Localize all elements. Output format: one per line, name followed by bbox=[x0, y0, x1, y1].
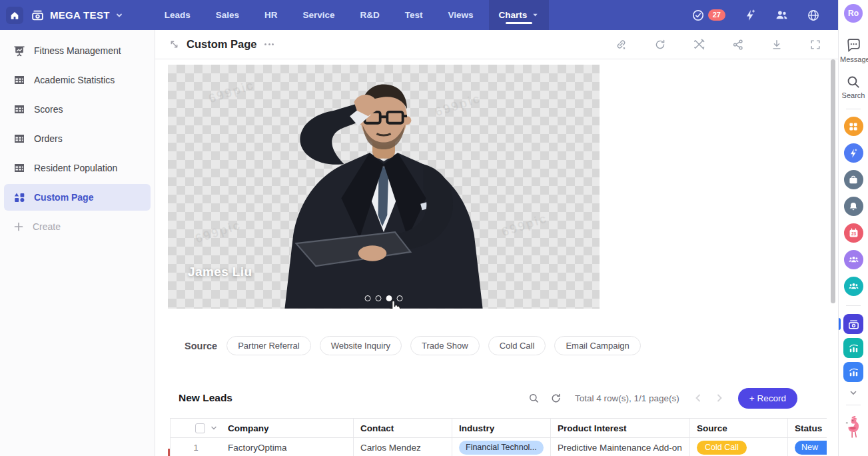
filter-pill-website-inquiry[interactable]: Website Inquiry bbox=[320, 336, 402, 355]
column-header-contact[interactable]: Contact bbox=[354, 419, 452, 437]
nav-label: Charts bbox=[499, 10, 528, 20]
carousel-dots bbox=[365, 295, 403, 301]
column-header-product-interest[interactable]: Product Interest bbox=[551, 419, 690, 437]
apps-grid-button[interactable] bbox=[844, 117, 863, 136]
sidebar-item-label: Orders bbox=[34, 133, 63, 144]
app-analytics-teal[interactable] bbox=[843, 338, 863, 358]
add-record-button[interactable]: + Record bbox=[738, 388, 797, 409]
expand-diagonal-icon[interactable] bbox=[169, 39, 180, 50]
rail-expand-chevron-icon[interactable] bbox=[849, 388, 858, 397]
carousel-dot-3-active[interactable] bbox=[386, 295, 392, 301]
notifications-app-button[interactable] bbox=[844, 197, 863, 216]
vertical-scrollbar[interactable] bbox=[831, 59, 835, 303]
nav-item-test[interactable]: Test bbox=[405, 0, 423, 30]
cell-company[interactable]: FactoryOptima bbox=[221, 438, 354, 456]
download-icon[interactable] bbox=[771, 39, 783, 51]
sidebar-item-resident-population[interactable]: Resident Population bbox=[4, 155, 151, 181]
cell-contact[interactable]: Carlos Mendez bbox=[354, 438, 452, 456]
select-all-checkbox[interactable] bbox=[195, 423, 205, 433]
cell-industry[interactable]: Financial Technol... bbox=[452, 438, 551, 456]
automation-zap-icon[interactable] bbox=[743, 9, 757, 22]
image-carousel[interactable]: 699pic 699pic 699pic 699pic bbox=[168, 65, 600, 309]
collaborators-icon[interactable] bbox=[775, 8, 789, 22]
share-icon[interactable] bbox=[732, 39, 744, 51]
workspace-switcher[interactable]: MEGA TEST bbox=[31, 8, 123, 22]
community-app-button[interactable] bbox=[844, 277, 863, 296]
grid-icon bbox=[848, 121, 859, 132]
column-header-industry[interactable]: Industry bbox=[452, 419, 551, 437]
status-chip: New bbox=[795, 441, 827, 455]
language-globe-icon[interactable] bbox=[807, 9, 820, 22]
sidebar-item-custom-page[interactable]: Custom Page bbox=[4, 184, 151, 211]
tasks-button[interactable]: 27 bbox=[691, 9, 725, 22]
filter-pill-partner-referral[interactable]: Partner Referral bbox=[226, 336, 310, 355]
source-filter-label: Source bbox=[185, 341, 217, 351]
filter-pill-trade-show[interactable]: Trade Show bbox=[410, 336, 480, 355]
column-header-company[interactable]: Company bbox=[221, 419, 354, 437]
active-app-indicator bbox=[838, 318, 841, 330]
carousel-dot-2[interactable] bbox=[376, 295, 382, 301]
cell-status[interactable]: New bbox=[788, 438, 827, 456]
filter-pill-email-campaign[interactable]: Email Campaign bbox=[554, 336, 640, 355]
app-mega-test-active[interactable] bbox=[843, 314, 863, 334]
more-menu-icon[interactable] bbox=[264, 43, 274, 45]
search-icon[interactable] bbox=[528, 393, 540, 404]
sidebar-item-fitness-management[interactable]: Fitness Management bbox=[4, 37, 151, 64]
table-header-row: Company Contact Industry Product Interes… bbox=[171, 419, 827, 438]
nav-label: Test bbox=[405, 10, 423, 20]
nav-item-service[interactable]: Service bbox=[302, 0, 334, 30]
nav-label: Leads bbox=[165, 10, 191, 20]
table-icon bbox=[13, 103, 25, 115]
nav-label: R&D bbox=[360, 10, 380, 20]
calendar-icon: 23 bbox=[848, 227, 859, 239]
sidebar-item-scores[interactable]: Scores bbox=[4, 96, 151, 123]
fullscreen-icon[interactable] bbox=[809, 39, 821, 51]
home-button[interactable] bbox=[6, 7, 23, 24]
cell-product-interest[interactable]: Predictive Maintenance Add-on bbox=[551, 438, 690, 456]
filter-pill-cold-call[interactable]: Cold Call bbox=[488, 336, 546, 355]
app-analytics-blue[interactable] bbox=[843, 362, 863, 382]
tools-icon[interactable] bbox=[693, 38, 705, 51]
chevron-down-icon bbox=[115, 11, 123, 19]
copy-link-icon[interactable] bbox=[615, 38, 628, 51]
chevron-down-icon[interactable] bbox=[210, 424, 218, 432]
nav-item-charts[interactable]: Charts bbox=[489, 0, 550, 30]
refresh-icon[interactable] bbox=[550, 393, 562, 404]
nav-label: Views bbox=[448, 10, 474, 20]
automation-app-button[interactable] bbox=[844, 143, 863, 163]
message-label: Message bbox=[840, 55, 868, 63]
work-app-button[interactable] bbox=[844, 170, 863, 189]
home-icon bbox=[9, 10, 20, 21]
cell-source[interactable]: Cold Call bbox=[690, 438, 788, 456]
calendar-app-button[interactable]: 23 bbox=[844, 223, 863, 243]
user-avatar[interactable]: Ro bbox=[844, 4, 863, 23]
sidebar-item-orders[interactable]: Orders bbox=[4, 125, 151, 152]
nav-item-sales[interactable]: Sales bbox=[216, 0, 239, 30]
sidebar-item-academic-statistics[interactable]: Academic Statistics bbox=[4, 67, 151, 93]
nav-item-rd[interactable]: R&D bbox=[360, 0, 380, 30]
main-nav: Leads Sales HR Service R&D Test Views Ch… bbox=[165, 0, 540, 30]
nav-item-views[interactable]: Views bbox=[448, 0, 474, 30]
search-icon[interactable] bbox=[846, 75, 861, 89]
nav-item-leads[interactable]: Leads bbox=[165, 0, 191, 30]
left-sidebar: Fitness Management Academic Statistics S… bbox=[0, 30, 155, 456]
table-row[interactable]: 1 FactoryOptima Carlos Mendez Financial … bbox=[171, 438, 827, 456]
column-header-status[interactable]: Status bbox=[788, 419, 827, 437]
leads-table: Company Contact Industry Product Interes… bbox=[170, 418, 827, 456]
page-content: 699pic 699pic 699pic 699pic bbox=[155, 59, 838, 456]
prev-page-chevron-icon[interactable] bbox=[693, 393, 703, 403]
carousel-dot-1[interactable] bbox=[365, 295, 371, 301]
watermark: 699pic bbox=[193, 218, 242, 247]
team-app-button[interactable] bbox=[844, 250, 863, 269]
carousel-dot-4[interactable] bbox=[397, 295, 403, 301]
nav-label: Service bbox=[302, 10, 334, 20]
workspace-name: MEGA TEST bbox=[50, 9, 110, 21]
column-header-source[interactable]: Source bbox=[690, 419, 788, 437]
leads-controls: Total 4 row(s), 1/1 page(s) + Record bbox=[528, 388, 797, 409]
nav-item-hr[interactable]: HR bbox=[264, 0, 278, 30]
sidebar-create-button[interactable]: Create bbox=[4, 213, 151, 240]
refresh-icon[interactable] bbox=[654, 39, 666, 51]
source-chip: Cold Call bbox=[697, 441, 747, 455]
next-page-chevron-icon[interactable] bbox=[714, 393, 725, 403]
message-icon[interactable] bbox=[845, 37, 862, 53]
